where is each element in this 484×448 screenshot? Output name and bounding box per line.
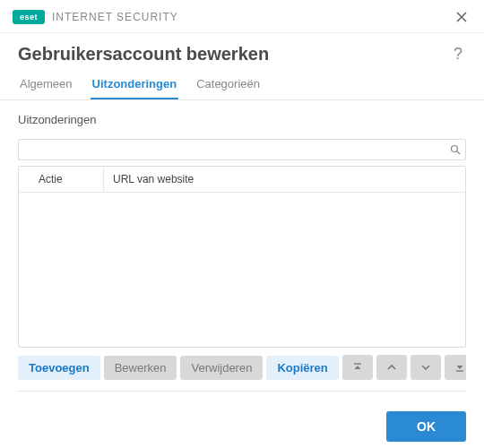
close-icon [456,12,467,22]
edit-button: Bewerken [104,356,177,380]
brand-logo: eset [13,10,45,24]
svg-point-0 [452,146,458,152]
tab-bar: Algemeen Uitzonderingen Categorieën [0,72,484,100]
search-icon [449,143,462,156]
copy-button[interactable]: Kopiëren [266,356,338,380]
chevron-up-icon [386,362,397,373]
move-top-button [342,355,373,380]
search-bar[interactable] [18,139,466,160]
exceptions-table: Actie URL van website [18,166,466,348]
ok-button[interactable]: OK [386,411,466,442]
move-bottom-icon [454,362,465,373]
chevron-down-icon [420,362,431,373]
table-body [19,193,465,347]
section-label: Uitzonderingen [18,113,466,126]
tab-exceptions[interactable]: Uitzonderingen [91,72,179,99]
move-top-icon [352,362,363,373]
move-bottom-button [445,355,466,380]
column-header-url[interactable]: URL van website [104,167,465,192]
tab-general[interactable]: Algemeen [18,72,74,99]
delete-button: Verwijderen [180,356,263,380]
help-button[interactable]: ? [450,45,466,64]
move-down-button [411,355,441,380]
svg-line-1 [457,151,460,154]
column-header-action[interactable]: Actie [19,167,104,192]
move-up-button [376,355,407,380]
page-title: Gebruikersaccount bewerken [18,44,269,65]
tab-categories[interactable]: Categorieën [194,72,262,99]
product-name: INTERNET SECURITY [52,11,178,23]
add-button[interactable]: Toevoegen [18,356,100,380]
close-button[interactable] [452,7,471,27]
